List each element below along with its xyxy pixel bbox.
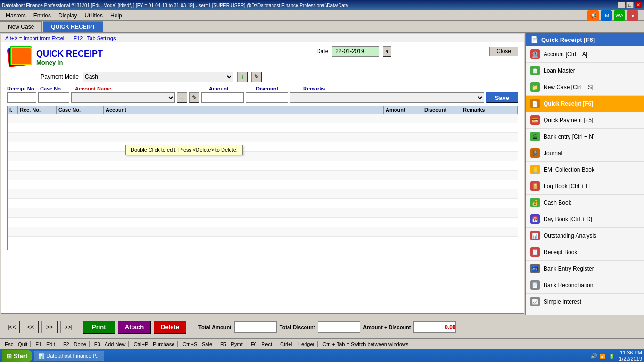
status-f5[interactable]: F5 - Pymt <box>217 341 246 347</box>
table-row <box>8 161 518 171</box>
payment-mode-select[interactable]: Cash <box>83 72 233 82</box>
menu-help[interactable]: Help <box>107 11 126 20</box>
close-button[interactable]: ✕ <box>635 2 642 8</box>
taskbar-app-datotahost[interactable]: 📊 Datotahost Finance P... <box>34 351 104 361</box>
attach-button[interactable]: Attach <box>118 321 151 334</box>
sidebar-item-label: Bank entry [Ctrl + N] <box>544 133 594 140</box>
f12-shortcut[interactable]: F12 - Tab Settings <box>74 35 116 41</box>
sys-icon-speaker: 🔊 <box>590 352 597 360</box>
sidebar-item-outstanding[interactable]: 📊 Outstanding Analysis <box>526 228 644 244</box>
col-header-receipt-no: Receipt No. <box>7 86 36 91</box>
status-f3[interactable]: F3 - Add New <box>91 341 129 347</box>
date-picker-button[interactable]: ▼ <box>383 46 391 57</box>
payment-mode-add-button[interactable]: + <box>237 72 248 82</box>
taskbar: ⊞ Start 📊 Datotahost Finance P... 🔊 📶 🔋 … <box>0 349 644 362</box>
table-row <box>8 171 518 180</box>
nav-prev-button[interactable]: << <box>23 321 39 333</box>
sidebar-item-label: New Case [Ctrl + S] <box>544 84 594 90</box>
account-edit-button[interactable]: ✎ <box>189 92 199 103</box>
menu-display[interactable]: Display <box>55 11 81 20</box>
close-button[interactable]: Close <box>489 47 518 56</box>
date-input[interactable] <box>332 46 379 57</box>
toolbar-icon-2[interactable]: IM <box>601 10 612 21</box>
sidebar-item-journal[interactable]: 📓 Journal <box>526 145 644 162</box>
sidebar-item-day-book[interactable]: 📅 Day Book [Ctrl + D] <box>526 211 644 228</box>
account-add-button[interactable]: + <box>177 92 187 103</box>
receipt-book-icon: 🧾 <box>530 247 540 257</box>
print-button[interactable]: Print <box>83 321 115 334</box>
data-table: Double Click to edit. Press <Delete> to … <box>7 114 518 250</box>
table-row <box>8 227 518 237</box>
sidebar-item-label: EMI Collection Book <box>544 166 594 173</box>
status-ctrltab: Ctrl + Tab = Switch between windows <box>320 341 411 347</box>
status-f6[interactable]: F6 - Rect <box>248 341 275 347</box>
menu-masters[interactable]: Masters <box>2 11 30 20</box>
sidebar-item-log-book[interactable]: 📔 Log Book [Ctrl + L] <box>526 178 644 195</box>
quick-receipt-icon: 📄 <box>530 99 540 108</box>
nav-last-button[interactable]: >>| <box>60 321 76 333</box>
simple-interest-icon: 📈 <box>530 297 540 306</box>
sidebar-item-loan-master[interactable]: 📋 Loan Master <box>526 63 644 79</box>
table-row <box>8 152 518 161</box>
status-ctrll[interactable]: Ctrl+L - Ledger <box>277 341 318 347</box>
sidebar-item-label: Quick Payment [F5] <box>544 117 593 123</box>
sys-icon-network: 📶 <box>599 352 606 360</box>
sidebar-item-label: Loan Master <box>544 67 575 74</box>
amount-input[interactable] <box>201 92 244 103</box>
window-controls: − □ ✕ <box>618 2 642 8</box>
status-ctrlp[interactable]: Ctrl+P - Purchase <box>131 341 178 347</box>
menu-entries[interactable]: Entries <box>30 11 55 20</box>
table-row <box>8 180 518 189</box>
outstanding-icon: 📊 <box>530 231 540 240</box>
total-discount-input[interactable] <box>318 321 360 333</box>
sidebar-item-account[interactable]: 🏦 Account [Ctrl + A] <box>526 46 644 63</box>
tab-quick-receipt[interactable]: QUICK RECEIPT <box>43 21 103 32</box>
sidebar-item-new-case[interactable]: 📁 New Case [Ctrl + S] <box>526 79 644 96</box>
th-account: Account <box>104 106 384 114</box>
sidebar-item-emi-collection[interactable]: 📒 EMI Collection Book <box>526 162 644 178</box>
case-no-input[interactable] <box>38 92 69 103</box>
total-amount-input[interactable] <box>234 321 277 333</box>
nav-next-button[interactable]: >> <box>41 321 58 333</box>
minimize-button[interactable]: − <box>618 2 625 8</box>
table-header: I. Rec. No. Case No. Account Amount Disc… <box>7 106 518 114</box>
sidebar-item-label: Cash Book <box>544 199 571 206</box>
delete-button[interactable]: Delete <box>154 321 186 334</box>
toolbar-icon-4[interactable]: ● <box>627 10 638 21</box>
sidebar-item-bank-entry[interactable]: 🏛 Bank entry [Ctrl + N] <box>526 129 644 145</box>
loan-master-icon: 📋 <box>530 66 540 75</box>
toolbar-icon-3[interactable]: WA <box>614 10 625 21</box>
col-header-case-no: Case No. <box>40 86 71 91</box>
toolbar-icon-1[interactable]: 📢 <box>587 10 599 21</box>
status-esc[interactable]: Esc - Quit <box>2 341 31 347</box>
account-name-select[interactable] <box>71 92 175 103</box>
taskbar-time: 11:36 PM 1/22/2019 <box>619 350 642 362</box>
sidebar-item-cash-book[interactable]: 💰 Cash Book <box>526 195 644 211</box>
sidebar: 📄 Quick Receipt [F6] 🏦 Account [Ctrl + A… <box>525 33 644 315</box>
payment-mode-edit-button[interactable]: ✎ <box>251 72 262 82</box>
menu-utilities[interactable]: Utilities <box>81 11 107 20</box>
sidebar-item-bank-reconciliation[interactable]: 📑 Bank Reconciliation <box>526 277 644 294</box>
sidebar-item-quick-receipt[interactable]: 📄 Quick Receipt [F6] <box>526 96 644 112</box>
save-button[interactable]: Save <box>486 92 518 103</box>
table-row <box>8 114 518 123</box>
receipt-no-input[interactable] <box>7 92 36 103</box>
start-button[interactable]: ⊞ Start <box>2 350 32 362</box>
alt-x-shortcut[interactable]: Alt+X = Import from Excel <box>5 35 64 41</box>
status-f1[interactable]: F1 - Edit <box>33 341 58 347</box>
status-f2[interactable]: F2 - Done <box>60 341 90 347</box>
sidebar-header-icon: 📄 <box>530 36 538 43</box>
sidebar-item-receipt-book[interactable]: 🧾 Receipt Book <box>526 244 644 261</box>
col-header-amount: Amount <box>209 86 252 91</box>
sidebar-item-bank-entry-register[interactable]: 🏧 Bank Entry Register <box>526 261 644 277</box>
discount-input[interactable] <box>246 92 288 103</box>
sidebar-item-simple-interest[interactable]: 📈 Simple Interest <box>526 294 644 310</box>
maximize-button[interactable]: □ <box>626 2 634 8</box>
remarks-select[interactable] <box>290 92 484 103</box>
sidebar-item-quick-payment[interactable]: 💳 Quick Payment [F5] <box>526 112 644 129</box>
titlebar: Datotahost Finance Professional #181201 … <box>0 0 644 10</box>
nav-first-button[interactable]: |<< <box>4 321 20 333</box>
sidebar-header-label: Quick Receipt [F6] <box>541 36 595 43</box>
status-ctrls[interactable]: Ctrl+S - Sale <box>180 341 215 347</box>
tab-new-case[interactable]: New Case <box>0 21 42 32</box>
